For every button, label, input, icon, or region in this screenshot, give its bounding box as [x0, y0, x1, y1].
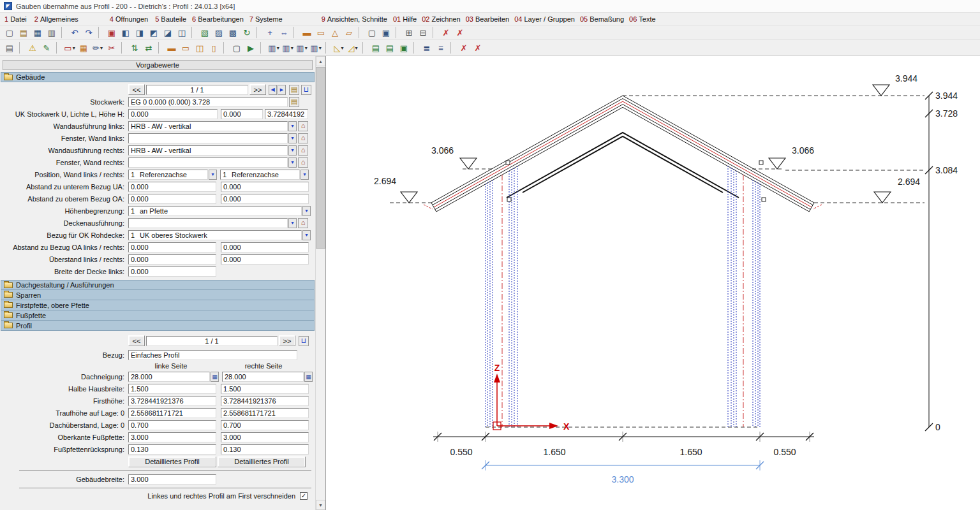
- dachueberstand-rechts-input[interactable]: 0.700: [221, 420, 309, 430]
- print-icon[interactable]: ▥: [45, 27, 58, 39]
- trash-icon[interactable]: ⊔: [299, 336, 309, 346]
- undo-icon[interactable]: ↶: [68, 27, 81, 39]
- catalog-icon[interactable]: ⌂: [298, 133, 308, 143]
- wall-layer-icon[interactable]: ▦: [77, 42, 90, 54]
- uk-stockwerk-input[interactable]: 0.000: [128, 109, 218, 119]
- menu-item-ansichten[interactable]: 9Ansichten, Schnitte: [320, 14, 389, 24]
- section-header-sparren[interactable]: Sparren: [1, 290, 315, 300]
- menu-item-texte[interactable]: 06Texte: [627, 14, 658, 24]
- abstand-ua-rechts-input[interactable]: 0.000: [221, 182, 309, 192]
- dropdown-button[interactable]: ▼: [288, 145, 297, 156]
- dropdown-button[interactable]: ▼: [288, 218, 297, 228]
- drawing-area[interactable]: 3.944 3.066 3.066 2.694 2.694 3.944 3.72…: [325, 56, 980, 510]
- scroll-up-button[interactable]: ▲: [316, 56, 325, 66]
- refresh-icon[interactable]: ↻: [241, 27, 253, 39]
- abstand-bezug-links-input[interactable]: 0.000: [128, 242, 216, 252]
- column-d-icon[interactable]: ▥▾: [309, 42, 322, 54]
- storey-list-icon[interactable]: ▤: [289, 97, 299, 107]
- catalog-icon[interactable]: ⌂: [298, 145, 308, 156]
- panel-scrollbar[interactable]: ▲ ▼: [315, 56, 325, 510]
- dropdown-arrow-icon[interactable]: ▾: [277, 45, 279, 51]
- hoehe-input[interactable]: 3.72844192: [265, 109, 308, 119]
- fenster-links-input[interactable]: [128, 133, 288, 143]
- panel-tool-icon[interactable]: ▱: [343, 27, 355, 39]
- hausbreite-links-input[interactable]: 1.500: [128, 384, 216, 394]
- deckenausfuehrung-input[interactable]: [128, 218, 288, 228]
- tree-view-icon[interactable]: ≣: [420, 42, 433, 54]
- dropdown-button[interactable]: ▼: [301, 170, 309, 180]
- page-back-button[interactable]: ◀: [269, 85, 277, 95]
- dropdown-button[interactable]: ▼: [288, 157, 297, 168]
- beam-outline-icon[interactable]: ▭: [179, 42, 192, 54]
- menu-item-datei[interactable]: 1Datei: [3, 14, 29, 24]
- measure-icon[interactable]: ⇔: [278, 27, 290, 39]
- traufhoehe-links-input[interactable]: 2.558681171721: [128, 408, 216, 418]
- prev-storey-button[interactable]: <<: [128, 84, 145, 95]
- delete-b-icon[interactable]: ✗: [471, 42, 484, 54]
- beam-split-icon[interactable]: ◫: [193, 42, 206, 54]
- next-storey-button[interactable]: >>: [249, 84, 266, 95]
- knife-icon[interactable]: ✂: [105, 42, 118, 54]
- monitor-green-icon[interactable]: ▣: [397, 42, 410, 54]
- dropdown-arrow-icon[interactable]: ▾: [341, 45, 343, 51]
- catalog-icon[interactable]: ⌂: [298, 157, 308, 168]
- catalog-icon[interactable]: ⌂: [298, 218, 308, 228]
- oberkante-rechts-input[interactable]: 3.000: [221, 432, 309, 442]
- redo-icon[interactable]: ↷: [82, 27, 95, 39]
- menu-item-allgemeines[interactable]: 2Allgemeines: [33, 14, 80, 24]
- annotate-icon[interactable]: ✎: [40, 42, 53, 54]
- duplicate-icon[interactable]: ⊞: [403, 27, 415, 39]
- menu-item-bemassung[interactable]: 05Bemaßung: [578, 14, 626, 24]
- menu-item-zeichnen[interactable]: 02Zeichnen: [420, 14, 463, 24]
- menu-item-bauteile[interactable]: 5Bauteile: [153, 14, 188, 24]
- traufhoehe-rechts-input[interactable]: 2.558681171721: [221, 408, 309, 418]
- column-b-icon[interactable]: ▥▾: [281, 42, 294, 54]
- dropdown-arrow-icon[interactable]: ▾: [73, 45, 75, 51]
- position-rechts-select[interactable]: 1Referenzachse: [220, 170, 300, 180]
- dachueberstand-links-input[interactable]: 0.700: [128, 420, 216, 430]
- new-document-icon[interactable]: ▢: [3, 27, 16, 39]
- dropdown-arrow-icon[interactable]: ▾: [305, 45, 308, 51]
- calculator-icon[interactable]: ▦: [304, 372, 313, 382]
- angle-right-icon[interactable]: ◿▾: [346, 42, 359, 54]
- layers-a-icon[interactable]: ▤: [369, 42, 382, 54]
- dropdown-arrow-icon[interactable]: ▾: [319, 45, 322, 51]
- drawing-canvas[interactable]: 3.944 3.066 3.066 2.694 2.694 3.944 3.72…: [326, 56, 980, 510]
- column-a-icon[interactable]: ▥▾: [267, 42, 280, 54]
- catalog-icon[interactable]: ⌂: [298, 121, 308, 131]
- zoom-window-icon[interactable]: ▧: [198, 27, 211, 39]
- view-plan-icon[interactable]: ◧: [119, 27, 132, 39]
- dimension-line-icon[interactable]: ▭▾: [63, 42, 76, 54]
- section-header-gebaeude[interactable]: Gebäude: [1, 72, 315, 82]
- verschneiden-checkbox[interactable]: ✓: [300, 492, 308, 500]
- view-iso-icon[interactable]: ◪: [161, 27, 174, 39]
- beam-vertical-icon[interactable]: ▯: [207, 42, 220, 54]
- bezug-input[interactable]: Einfaches Profil: [128, 350, 297, 360]
- scroll-thumb[interactable]: [316, 67, 325, 249]
- calculator-icon[interactable]: ▦: [211, 372, 219, 382]
- storey-table-icon[interactable]: ▤: [289, 85, 299, 95]
- detailliertes-profil-links-button[interactable]: Detailliertes Profil: [128, 456, 216, 467]
- menu-item-bearbeiten[interactable]: 03Bearbeiten: [464, 14, 511, 24]
- wandausfuehrung-rechts-input[interactable]: HRB - AW - vertikal: [128, 145, 288, 156]
- dropdown-arrow-icon[interactable]: ▾: [355, 45, 357, 51]
- wall-tool-icon[interactable]: ▭: [315, 27, 327, 39]
- gebaeudebreite-input[interactable]: 3.000: [128, 474, 216, 484]
- save-icon[interactable]: ▦: [31, 27, 44, 39]
- dropdown-button[interactable]: ▼: [302, 206, 311, 216]
- menu-item-layer-gruppen[interactable]: 04Layer / Gruppen: [512, 14, 577, 24]
- play-icon[interactable]: ▶: [244, 42, 257, 54]
- bezug-ok-select[interactable]: 1UK oberes Stockwerk: [128, 230, 302, 240]
- next-profile-button[interactable]: >>: [279, 335, 295, 346]
- trash-icon[interactable]: ⊔: [301, 85, 311, 95]
- monitor-main-icon[interactable]: ▢: [366, 27, 378, 39]
- edit-profile-icon[interactable]: ✏▾: [91, 42, 104, 54]
- close-view-icon[interactable]: ✗: [454, 27, 466, 39]
- position-links-select[interactable]: 1Referenzachse: [128, 170, 208, 180]
- scroll-down-button[interactable]: ▼: [316, 500, 325, 510]
- monitor-icon[interactable]: ▢: [230, 42, 243, 54]
- firsthoehe-rechts-input[interactable]: 3.728441921376: [221, 396, 309, 406]
- ueberstand-rechts-input[interactable]: 0.000: [221, 254, 309, 265]
- mirror-icon[interactable]: ⇄: [142, 42, 155, 54]
- dachneigung-links-input[interactable]: 28.000: [128, 372, 210, 382]
